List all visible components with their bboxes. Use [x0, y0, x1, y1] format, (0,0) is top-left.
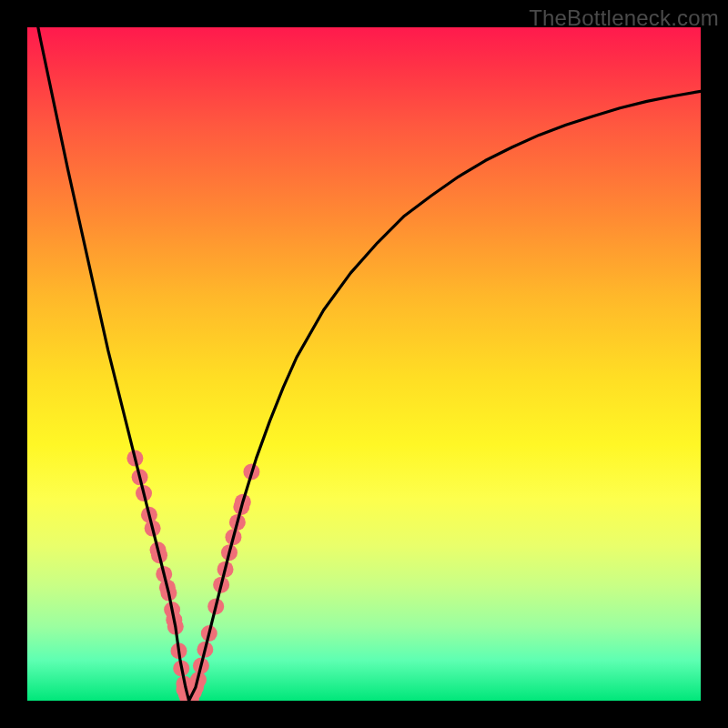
bottleneck-curve — [27, 27, 701, 701]
marker-group — [126, 450, 259, 701]
chart-frame: TheBottleneck.com — [0, 0, 728, 728]
plot-area — [27, 27, 701, 701]
chart-svg — [27, 27, 701, 701]
